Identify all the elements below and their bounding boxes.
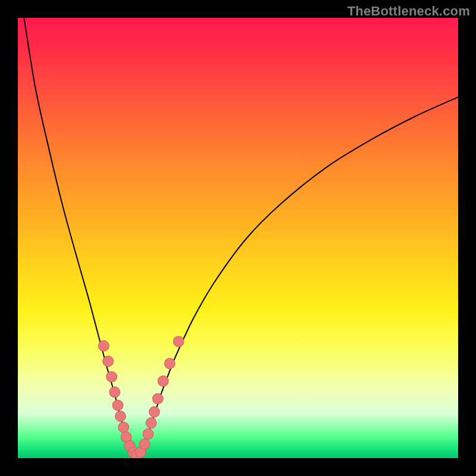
data-marker [173,336,184,347]
plot-area [18,18,458,458]
data-marker [139,439,150,449]
curve-layer [18,18,458,458]
data-marker [109,387,120,397]
data-marker [158,376,168,387]
curve-right-branch [137,97,458,456]
data-marker [143,428,154,439]
watermark-text: TheBottleneck.com [347,4,470,19]
data-marker [149,406,160,417]
data-marker [146,418,156,428]
data-marker [103,356,114,367]
data-marker [115,411,126,422]
data-markers [98,336,184,458]
data-marker [107,371,117,382]
data-marker [152,393,163,404]
data-marker [118,422,129,433]
data-marker [98,340,109,351]
data-marker [112,400,123,411]
chart-outer-frame: TheBottleneck.com [0,0,476,476]
data-marker [164,358,175,369]
